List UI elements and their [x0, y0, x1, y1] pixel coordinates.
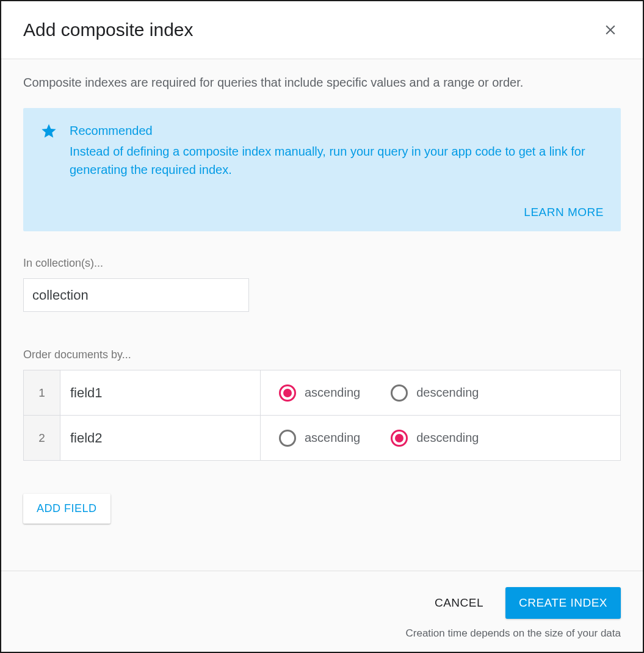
radio-selected-icon: [279, 384, 296, 402]
recommendation-box: Recommended Instead of defining a compos…: [23, 108, 621, 231]
ascending-radio[interactable]: ascending: [279, 384, 360, 402]
order-label: Order documents by...: [23, 348, 621, 361]
radio-unselected-icon: [391, 384, 408, 402]
dialog-body: Composite indexes are required for queri…: [1, 59, 643, 571]
recommendation-body: Instead of defining a composite index ma…: [70, 142, 604, 179]
recommendation-text: Recommended Instead of defining a compos…: [70, 121, 604, 179]
descending-label: descending: [416, 386, 479, 400]
order-radio-group: ascending descending: [279, 430, 602, 447]
field-name-input[interactable]: [60, 416, 260, 460]
field-row: 1 ascending descending: [24, 370, 621, 416]
dialog-title: Add composite index: [23, 20, 194, 40]
row-number: 2: [24, 416, 60, 461]
order-radio-group: ascending descending: [279, 384, 602, 402]
descending-label: descending: [416, 431, 479, 445]
ascending-label: ascending: [305, 431, 360, 445]
descending-radio[interactable]: descending: [391, 430, 479, 447]
field-row: 2 ascending descending: [24, 416, 621, 461]
dialog-description: Composite indexes are required for queri…: [23, 74, 621, 91]
collection-input[interactable]: [23, 278, 249, 312]
ascending-label: ascending: [305, 386, 360, 400]
fields-table: 1 ascending descending: [23, 370, 621, 461]
add-composite-index-dialog: Add composite index Composite indexes ar…: [0, 0, 644, 653]
ascending-radio[interactable]: ascending: [279, 430, 360, 447]
learn-more-link[interactable]: LEARN MORE: [524, 206, 604, 219]
collection-label: In collection(s)...: [23, 257, 621, 270]
footer-note: Creation time depends on the size of you…: [23, 627, 621, 640]
field-name-input[interactable]: [60, 371, 260, 415]
star-icon: [40, 123, 57, 179]
create-index-button[interactable]: CREATE INDEX: [505, 587, 621, 619]
dialog-footer: CANCEL CREATE INDEX Creation time depend…: [1, 571, 643, 652]
dialog-header: Add composite index: [1, 1, 643, 59]
radio-unselected-icon: [279, 430, 296, 447]
add-field-button[interactable]: ADD FIELD: [23, 494, 110, 524]
close-button[interactable]: [600, 20, 621, 40]
recommendation-title: Recommended: [70, 121, 604, 140]
row-number: 1: [24, 370, 60, 416]
descending-radio[interactable]: descending: [391, 384, 479, 402]
close-icon: [602, 22, 618, 38]
cancel-button[interactable]: CANCEL: [435, 596, 483, 610]
radio-selected-icon: [391, 430, 408, 447]
